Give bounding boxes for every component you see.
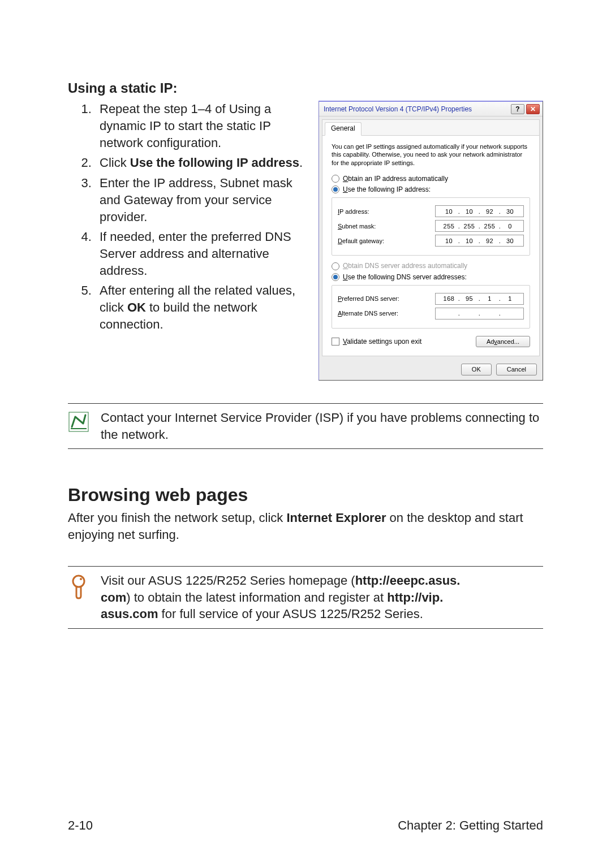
cancel-button[interactable]: Cancel — [496, 364, 537, 375]
tip-icon — [68, 572, 89, 623]
svg-point-1 — [73, 576, 84, 587]
help-button[interactable]: ? — [511, 104, 524, 114]
subnet-mask-label: Subnet mask: — [338, 222, 423, 231]
preferred-dns-input[interactable]: 168. 95. 1. 1 — [435, 293, 524, 305]
gateway-label: Default gateway: — [338, 237, 423, 245]
step-5: After entering all the related values, c… — [95, 282, 306, 332]
tab-general[interactable]: General — [325, 122, 362, 135]
subnet-mask-input[interactable]: 255. 255. 255. 0 — [435, 220, 524, 232]
radio-ip-auto[interactable] — [332, 175, 339, 183]
chapter-label: Chapter 2: Getting Started — [398, 817, 543, 834]
radio-ip-auto-row[interactable]: Obtain an IP address automatically — [332, 174, 530, 183]
radio-ip-use[interactable] — [332, 185, 339, 193]
page-number: 2-10 — [68, 817, 93, 834]
note-icon — [68, 409, 89, 443]
step-4: If needed, enter the preferred DNS Serve… — [95, 228, 306, 279]
step-3: Enter the IP address, Subnet mask and Ga… — [95, 175, 306, 225]
tip-asus-block: Visit our ASUS 1225/R252 Series homepage… — [68, 566, 543, 629]
close-button[interactable]: ✕ — [526, 104, 540, 114]
validate-checkbox-row[interactable]: Validate settings upon exit — [332, 337, 421, 346]
dialog-titlebar: Internet Protocol Version 4 (TCP/IPv4) P… — [319, 102, 543, 116]
ip-address-input[interactable]: 10. 10. 92. 30 — [435, 205, 524, 217]
dialog-title: Internet Protocol Version 4 (TCP/IPv4) P… — [324, 105, 472, 114]
note-isp-block: Contact your Internet Service Provider (… — [68, 403, 543, 449]
radio-dns-use-row[interactable]: Use the following DNS server addresses: — [332, 273, 530, 282]
heading-browsing: Browsing web pages — [68, 483, 543, 507]
preferred-dns-label: Preferred DNS server: — [338, 295, 423, 303]
steps-list: Repeat the step 1–4 of Using a dynamic I… — [68, 101, 306, 336]
ip-group: IP address: 10. 10. 92. 30 Subnet mask: — [332, 197, 530, 256]
page-footer: 2-10 Chapter 2: Getting Started — [68, 817, 543, 834]
step-1: Repeat the step 1–4 of Using a dynamic I… — [95, 101, 306, 151]
advanced-button[interactable]: Advanced... — [476, 336, 530, 348]
subheading-static-ip: Using a static IP: — [68, 79, 543, 97]
alternate-dns-input[interactable]: . . . — [435, 308, 524, 319]
validate-checkbox[interactable] — [332, 338, 339, 346]
ip-address-label: IP address: — [338, 208, 423, 216]
dns-group: Preferred DNS server: 168. 95. 1. 1 Alte… — [332, 285, 530, 329]
radio-dns-auto-row: Obtain DNS server address automatically — [332, 261, 530, 270]
radio-dns-use[interactable] — [332, 273, 339, 281]
step-2: Click Use the following IP address. — [95, 154, 306, 171]
dialog-intro-text: You can get IP settings assigned automat… — [332, 142, 530, 168]
gateway-input[interactable]: 10. 10. 92. 30 — [435, 235, 524, 247]
tab-strip: General — [322, 120, 539, 135]
radio-dns-auto — [332, 262, 339, 270]
alternate-dns-label: Alternate DNS server: — [338, 309, 423, 318]
svg-point-2 — [80, 578, 82, 580]
ok-button[interactable]: OK — [461, 364, 492, 375]
step-text: Repeat the step 1–4 of Using a dynamic I… — [100, 102, 271, 149]
radio-ip-use-row[interactable]: Use the following IP address: — [332, 185, 530, 194]
tip-text: Visit our ASUS 1225/R252 Series homepage… — [101, 572, 543, 623]
note-text: Contact your Internet Service Provider (… — [101, 409, 543, 443]
tcpip-properties-dialog: Internet Protocol Version 4 (TCP/IPv4) P… — [319, 101, 543, 381]
browsing-paragraph: After you finish the network setup, clic… — [68, 509, 543, 543]
